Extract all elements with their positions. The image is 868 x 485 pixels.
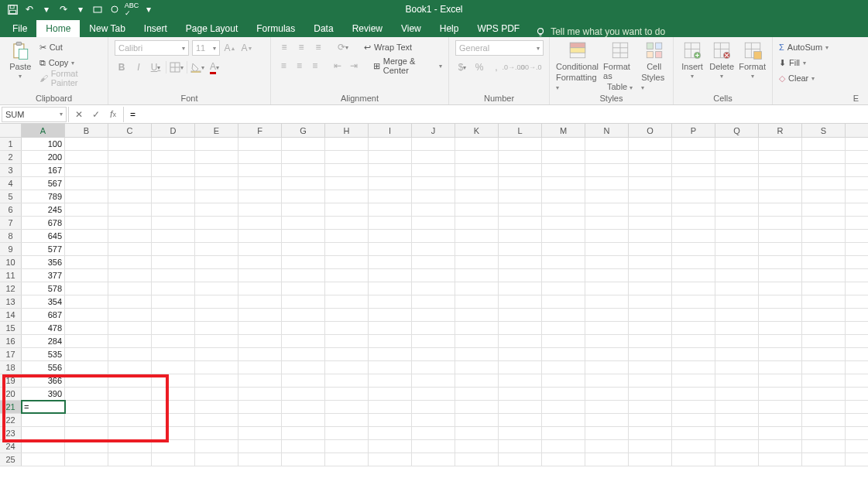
cell[interactable] xyxy=(455,138,499,150)
cell[interactable] xyxy=(369,164,412,176)
cell[interactable] xyxy=(802,269,846,282)
cell[interactable] xyxy=(195,453,238,466)
cell[interactable] xyxy=(412,269,455,282)
spellcheck-icon[interactable]: ABC✓ xyxy=(125,3,138,15)
row-header[interactable]: 1 xyxy=(0,138,22,150)
enter-formula-button[interactable]: ✓ xyxy=(87,107,105,122)
align-left-button[interactable]: ≡ xyxy=(277,59,290,73)
cell[interactable] xyxy=(629,427,672,439)
cell[interactable] xyxy=(325,374,369,387)
cell[interactable] xyxy=(65,243,108,255)
cell[interactable] xyxy=(108,374,152,387)
cell[interactable] xyxy=(108,361,152,374)
cell[interactable] xyxy=(152,295,195,308)
cell[interactable] xyxy=(369,414,412,426)
cell[interactable] xyxy=(369,322,412,334)
cell[interactable] xyxy=(369,230,412,242)
touch-mode-icon[interactable] xyxy=(108,3,121,15)
cell[interactable] xyxy=(369,217,412,229)
cell[interactable] xyxy=(65,388,108,400)
cell[interactable] xyxy=(369,361,412,374)
cut-button[interactable]: ✂Cut xyxy=(39,40,101,54)
undo-icon[interactable]: ↶ xyxy=(23,3,36,15)
cell[interactable] xyxy=(499,388,542,400)
cell[interactable] xyxy=(325,230,369,242)
cell[interactable] xyxy=(585,151,629,163)
cell[interactable] xyxy=(542,427,585,439)
cell[interactable] xyxy=(195,440,238,453)
cell[interactable] xyxy=(152,203,195,216)
cell[interactable] xyxy=(238,309,282,321)
cell[interactable] xyxy=(369,309,412,321)
tab-help[interactable]: Help xyxy=(431,20,468,37)
cell[interactable] xyxy=(585,203,629,216)
cell[interactable] xyxy=(152,322,195,334)
row-header[interactable]: 5 xyxy=(0,190,22,203)
cell[interactable] xyxy=(412,151,455,163)
cell[interactable] xyxy=(238,243,282,255)
cell[interactable] xyxy=(108,243,152,255)
cell[interactable]: 167 xyxy=(22,164,65,176)
cell[interactable] xyxy=(629,388,672,400)
cell[interactable] xyxy=(325,414,369,426)
cell[interactable] xyxy=(282,388,325,400)
tab-wps-pdf[interactable]: WPS PDF xyxy=(468,20,529,37)
cell[interactable] xyxy=(629,295,672,308)
cell[interactable] xyxy=(152,440,195,453)
cell[interactable] xyxy=(585,256,629,268)
cell[interactable] xyxy=(412,322,455,334)
cell[interactable] xyxy=(629,322,672,334)
cell[interactable] xyxy=(195,414,238,426)
cell[interactable] xyxy=(152,453,195,466)
cell[interactable] xyxy=(325,243,369,255)
cell[interactable] xyxy=(455,335,499,347)
font-color-button[interactable]: A▾ xyxy=(208,60,221,74)
cell[interactable] xyxy=(195,230,238,242)
cell[interactable] xyxy=(282,243,325,255)
cell[interactable] xyxy=(672,190,715,203)
cell[interactable] xyxy=(715,177,759,190)
cell[interactable] xyxy=(195,203,238,216)
cell[interactable] xyxy=(802,427,846,439)
cell[interactable] xyxy=(108,217,152,229)
select-all-button[interactable] xyxy=(0,124,22,137)
cell[interactable] xyxy=(195,295,238,308)
cell[interactable] xyxy=(455,282,499,295)
align-center-button[interactable]: ≡ xyxy=(293,59,305,73)
cell[interactable] xyxy=(672,374,715,387)
row-header[interactable]: 13 xyxy=(0,295,22,308)
cell[interactable] xyxy=(759,427,802,439)
cell[interactable]: 356 xyxy=(22,256,65,268)
cell[interactable] xyxy=(499,269,542,282)
cell[interactable] xyxy=(282,322,325,334)
cell[interactable] xyxy=(65,138,108,150)
cell[interactable] xyxy=(715,335,759,347)
cell[interactable] xyxy=(369,440,412,453)
cell[interactable] xyxy=(108,309,152,321)
cell[interactable] xyxy=(802,164,846,176)
cell[interactable] xyxy=(499,295,542,308)
cell[interactable] xyxy=(238,348,282,360)
cell[interactable] xyxy=(22,440,65,453)
cell[interactable] xyxy=(759,453,802,466)
cell[interactable] xyxy=(152,269,195,282)
cell[interactable] xyxy=(629,177,672,190)
cell[interactable] xyxy=(108,348,152,360)
cell[interactable] xyxy=(325,427,369,439)
cell[interactable] xyxy=(759,374,802,387)
cell[interactable] xyxy=(152,427,195,439)
cell[interactable] xyxy=(325,309,369,321)
cell[interactable] xyxy=(542,295,585,308)
save-icon[interactable] xyxy=(6,3,19,15)
cell[interactable] xyxy=(455,269,499,282)
cell[interactable] xyxy=(542,361,585,374)
cell[interactable] xyxy=(629,348,672,360)
cell[interactable] xyxy=(672,335,715,347)
cell[interactable] xyxy=(325,217,369,229)
cell[interactable] xyxy=(325,322,369,334)
cell[interactable] xyxy=(325,256,369,268)
cell[interactable] xyxy=(715,374,759,387)
cell[interactable] xyxy=(455,164,499,176)
cell[interactable] xyxy=(282,190,325,203)
cell[interactable] xyxy=(65,453,108,466)
